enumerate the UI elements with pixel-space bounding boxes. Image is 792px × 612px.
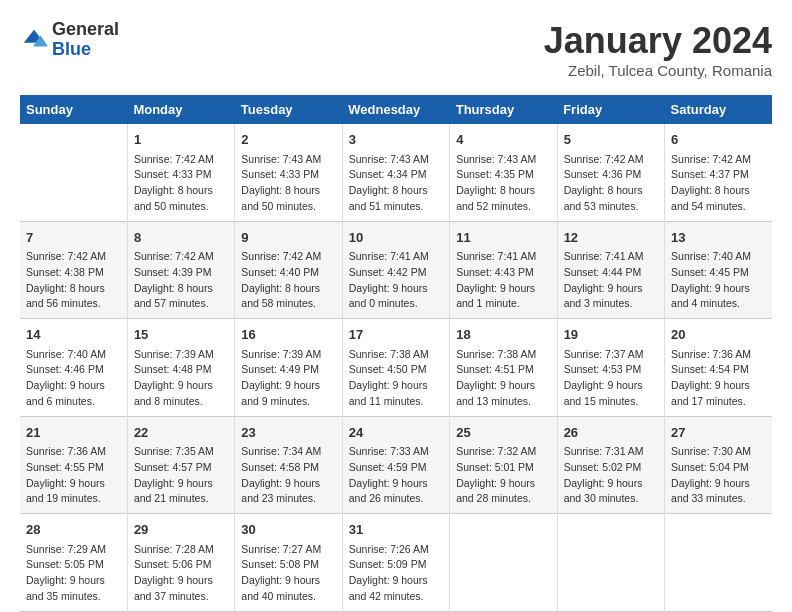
day-info: Sunrise: 7:42 AMSunset: 4:38 PMDaylight:…: [26, 249, 121, 312]
day-cell: 30Sunrise: 7:27 AMSunset: 5:08 PMDayligh…: [235, 514, 342, 612]
day-cell: 3Sunrise: 7:43 AMSunset: 4:34 PMDaylight…: [342, 124, 449, 221]
day-number: 9: [241, 228, 335, 248]
week-row-1: 1Sunrise: 7:42 AMSunset: 4:33 PMDaylight…: [20, 124, 772, 221]
day-info: Sunrise: 7:31 AMSunset: 5:02 PMDaylight:…: [564, 444, 658, 507]
day-info: Sunrise: 7:35 AMSunset: 4:57 PMDaylight:…: [134, 444, 228, 507]
day-number: 28: [26, 520, 121, 540]
logo-general: General: [52, 20, 119, 40]
day-number: 20: [671, 325, 766, 345]
header-cell-thursday: Thursday: [450, 95, 557, 124]
day-cell: 24Sunrise: 7:33 AMSunset: 4:59 PMDayligh…: [342, 416, 449, 514]
header-row: SundayMondayTuesdayWednesdayThursdayFrid…: [20, 95, 772, 124]
day-info: Sunrise: 7:32 AMSunset: 5:01 PMDaylight:…: [456, 444, 550, 507]
day-info: Sunrise: 7:42 AMSunset: 4:40 PMDaylight:…: [241, 249, 335, 312]
day-cell: 13Sunrise: 7:40 AMSunset: 4:45 PMDayligh…: [665, 221, 772, 319]
day-number: 26: [564, 423, 658, 443]
day-cell: 2Sunrise: 7:43 AMSunset: 4:33 PMDaylight…: [235, 124, 342, 221]
week-row-2: 7Sunrise: 7:42 AMSunset: 4:38 PMDaylight…: [20, 221, 772, 319]
day-number: 18: [456, 325, 550, 345]
day-info: Sunrise: 7:41 AMSunset: 4:43 PMDaylight:…: [456, 249, 550, 312]
day-cell: 17Sunrise: 7:38 AMSunset: 4:50 PMDayligh…: [342, 319, 449, 417]
day-cell: 6Sunrise: 7:42 AMSunset: 4:37 PMDaylight…: [665, 124, 772, 221]
day-number: 30: [241, 520, 335, 540]
title-block: January 2024 Zebil, Tulcea County, Roman…: [544, 20, 772, 79]
day-number: 16: [241, 325, 335, 345]
day-number: 8: [134, 228, 228, 248]
day-cell: [665, 514, 772, 612]
day-info: Sunrise: 7:40 AMSunset: 4:45 PMDaylight:…: [671, 249, 766, 312]
day-info: Sunrise: 7:38 AMSunset: 4:50 PMDaylight:…: [349, 347, 443, 410]
header-cell-friday: Friday: [557, 95, 664, 124]
day-cell: 29Sunrise: 7:28 AMSunset: 5:06 PMDayligh…: [127, 514, 234, 612]
header-cell-sunday: Sunday: [20, 95, 127, 124]
day-cell: 21Sunrise: 7:36 AMSunset: 4:55 PMDayligh…: [20, 416, 127, 514]
day-info: Sunrise: 7:42 AMSunset: 4:37 PMDaylight:…: [671, 152, 766, 215]
calendar-location: Zebil, Tulcea County, Romania: [544, 62, 772, 79]
day-info: Sunrise: 7:33 AMSunset: 4:59 PMDaylight:…: [349, 444, 443, 507]
day-number: 17: [349, 325, 443, 345]
day-info: Sunrise: 7:27 AMSunset: 5:08 PMDaylight:…: [241, 542, 335, 605]
day-number: 21: [26, 423, 121, 443]
day-cell: 7Sunrise: 7:42 AMSunset: 4:38 PMDaylight…: [20, 221, 127, 319]
day-number: 2: [241, 130, 335, 150]
day-info: Sunrise: 7:41 AMSunset: 4:44 PMDaylight:…: [564, 249, 658, 312]
calendar-title: January 2024: [544, 20, 772, 62]
day-info: Sunrise: 7:34 AMSunset: 4:58 PMDaylight:…: [241, 444, 335, 507]
day-cell: 18Sunrise: 7:38 AMSunset: 4:51 PMDayligh…: [450, 319, 557, 417]
day-cell: 8Sunrise: 7:42 AMSunset: 4:39 PMDaylight…: [127, 221, 234, 319]
day-info: Sunrise: 7:43 AMSunset: 4:34 PMDaylight:…: [349, 152, 443, 215]
day-cell: 25Sunrise: 7:32 AMSunset: 5:01 PMDayligh…: [450, 416, 557, 514]
calendar-header: SundayMondayTuesdayWednesdayThursdayFrid…: [20, 95, 772, 124]
day-cell: 22Sunrise: 7:35 AMSunset: 4:57 PMDayligh…: [127, 416, 234, 514]
day-number: 1: [134, 130, 228, 150]
day-number: 19: [564, 325, 658, 345]
logo-icon: [20, 26, 48, 54]
page-header: General Blue January 2024 Zebil, Tulcea …: [20, 20, 772, 79]
day-number: 31: [349, 520, 443, 540]
day-info: Sunrise: 7:38 AMSunset: 4:51 PMDaylight:…: [456, 347, 550, 410]
day-info: Sunrise: 7:42 AMSunset: 4:36 PMDaylight:…: [564, 152, 658, 215]
day-info: Sunrise: 7:28 AMSunset: 5:06 PMDaylight:…: [134, 542, 228, 605]
calendar-body: 1Sunrise: 7:42 AMSunset: 4:33 PMDaylight…: [20, 124, 772, 611]
day-number: 15: [134, 325, 228, 345]
header-cell-tuesday: Tuesday: [235, 95, 342, 124]
day-info: Sunrise: 7:43 AMSunset: 4:33 PMDaylight:…: [241, 152, 335, 215]
header-cell-saturday: Saturday: [665, 95, 772, 124]
week-row-5: 28Sunrise: 7:29 AMSunset: 5:05 PMDayligh…: [20, 514, 772, 612]
day-number: 11: [456, 228, 550, 248]
day-info: Sunrise: 7:36 AMSunset: 4:55 PMDaylight:…: [26, 444, 121, 507]
day-cell: 10Sunrise: 7:41 AMSunset: 4:42 PMDayligh…: [342, 221, 449, 319]
day-number: 5: [564, 130, 658, 150]
day-cell: 16Sunrise: 7:39 AMSunset: 4:49 PMDayligh…: [235, 319, 342, 417]
day-cell: 11Sunrise: 7:41 AMSunset: 4:43 PMDayligh…: [450, 221, 557, 319]
day-number: 24: [349, 423, 443, 443]
day-cell: 9Sunrise: 7:42 AMSunset: 4:40 PMDaylight…: [235, 221, 342, 319]
logo: General Blue: [20, 20, 119, 60]
day-info: Sunrise: 7:26 AMSunset: 5:09 PMDaylight:…: [349, 542, 443, 605]
day-info: Sunrise: 7:40 AMSunset: 4:46 PMDaylight:…: [26, 347, 121, 410]
day-cell: 1Sunrise: 7:42 AMSunset: 4:33 PMDaylight…: [127, 124, 234, 221]
header-cell-wednesday: Wednesday: [342, 95, 449, 124]
day-number: 13: [671, 228, 766, 248]
day-number: 6: [671, 130, 766, 150]
day-cell: 12Sunrise: 7:41 AMSunset: 4:44 PMDayligh…: [557, 221, 664, 319]
day-number: 7: [26, 228, 121, 248]
day-info: Sunrise: 7:39 AMSunset: 4:48 PMDaylight:…: [134, 347, 228, 410]
day-cell: 20Sunrise: 7:36 AMSunset: 4:54 PMDayligh…: [665, 319, 772, 417]
day-info: Sunrise: 7:39 AMSunset: 4:49 PMDaylight:…: [241, 347, 335, 410]
calendar-table: SundayMondayTuesdayWednesdayThursdayFrid…: [20, 95, 772, 612]
day-number: 23: [241, 423, 335, 443]
day-cell: 26Sunrise: 7:31 AMSunset: 5:02 PMDayligh…: [557, 416, 664, 514]
day-cell: 23Sunrise: 7:34 AMSunset: 4:58 PMDayligh…: [235, 416, 342, 514]
day-cell: 4Sunrise: 7:43 AMSunset: 4:35 PMDaylight…: [450, 124, 557, 221]
day-cell: 19Sunrise: 7:37 AMSunset: 4:53 PMDayligh…: [557, 319, 664, 417]
day-cell: 14Sunrise: 7:40 AMSunset: 4:46 PMDayligh…: [20, 319, 127, 417]
day-cell: [450, 514, 557, 612]
day-info: Sunrise: 7:43 AMSunset: 4:35 PMDaylight:…: [456, 152, 550, 215]
day-cell: [20, 124, 127, 221]
day-number: 25: [456, 423, 550, 443]
day-number: 29: [134, 520, 228, 540]
day-cell: 31Sunrise: 7:26 AMSunset: 5:09 PMDayligh…: [342, 514, 449, 612]
day-cell: [557, 514, 664, 612]
week-row-4: 21Sunrise: 7:36 AMSunset: 4:55 PMDayligh…: [20, 416, 772, 514]
